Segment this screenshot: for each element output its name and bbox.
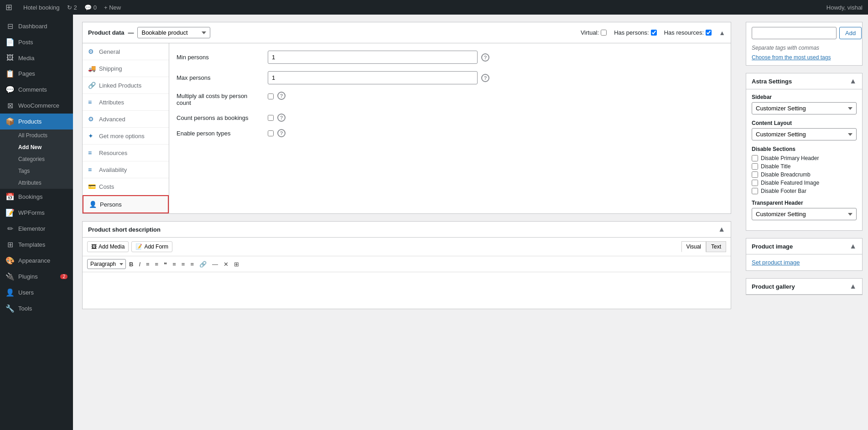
submenu-attributes[interactable]: Attributes xyxy=(0,177,73,189)
set-product-image-link[interactable]: Set product image xyxy=(752,259,800,266)
sidebar-item-wpforms[interactable]: 📝 WPForms xyxy=(0,205,73,221)
disable-featured-image-checkbox[interactable] xyxy=(752,180,758,186)
tab-linked-products[interactable]: 🔗 Linked Products xyxy=(83,77,169,94)
product-type-select[interactable]: Bookable product Simple product Variable… xyxy=(137,27,210,38)
tab-resources[interactable]: ≡ Resources xyxy=(83,145,169,161)
italic-button[interactable]: I xyxy=(136,259,143,269)
sidebar-select[interactable]: Customizer Setting xyxy=(752,102,857,114)
unordered-list-button[interactable]: ≡ xyxy=(144,259,152,269)
tab-advanced[interactable]: ⚙ Advanced xyxy=(83,111,169,128)
transparent-header-select[interactable]: Customizer Setting xyxy=(752,208,857,220)
disable-title-item: Disable Title xyxy=(752,163,857,170)
submenu-all-products[interactable]: All Products xyxy=(0,130,73,141)
tags-link-container: Choose from the most used tags xyxy=(752,54,857,61)
site-name[interactable]: Hotel booking xyxy=(23,4,60,11)
comments-item[interactable]: 💬 0 xyxy=(84,4,97,11)
visual-tab[interactable]: Visual xyxy=(681,241,706,252)
sidebar-item-media[interactable]: 🖼 Media xyxy=(0,50,73,66)
products-submenu: All Products Add New Categories Tags Att… xyxy=(0,130,73,189)
count-persons-help-icon[interactable]: ? xyxy=(277,114,286,122)
tab-costs[interactable]: 💳 Costs xyxy=(83,178,169,195)
tab-availability[interactable]: ≡ Availability xyxy=(83,161,169,178)
disable-title-checkbox[interactable] xyxy=(752,163,758,170)
sidebar-item-elementor[interactable]: ✏ Elementor xyxy=(0,221,73,237)
product-image-title: Product image xyxy=(752,243,793,250)
has-resources-label[interactable]: Has resources: xyxy=(664,29,712,36)
add-media-icon: 🖼 xyxy=(91,243,97,250)
virtual-checkbox[interactable] xyxy=(601,30,607,36)
sidebar-item-pages[interactable]: 📋 Pages xyxy=(0,66,73,82)
disable-breadcrumb-checkbox[interactable] xyxy=(752,171,758,178)
horizontal-rule-button[interactable]: — xyxy=(210,259,220,269)
tags-input[interactable] xyxy=(752,27,837,39)
table-button[interactable]: ⊞ xyxy=(232,259,241,269)
person-types-help-icon[interactable]: ? xyxy=(277,129,286,137)
align-right-button[interactable]: ≡ xyxy=(188,259,196,269)
most-used-tags-link[interactable]: Choose from the most used tags xyxy=(752,54,831,61)
tab-shipping[interactable]: 🚚 Shipping xyxy=(83,60,169,77)
tab-general[interactable]: ⚙ General xyxy=(83,43,169,60)
sidebar-item-plugins[interactable]: 🔌 Plugins 2 xyxy=(0,269,73,285)
align-center-button[interactable]: ≡ xyxy=(179,259,187,269)
add-form-button[interactable]: 📝 Add Form xyxy=(131,241,172,252)
link-button[interactable]: 🔗 xyxy=(197,259,209,269)
sidebar-item-label: WPForms xyxy=(18,209,45,216)
has-persons-checkbox[interactable] xyxy=(651,30,657,36)
text-tab[interactable]: Text xyxy=(706,241,726,252)
disable-footer-bar-checkbox[interactable] xyxy=(752,188,758,194)
multiply-costs-checkbox[interactable] xyxy=(268,93,274,99)
submenu-categories[interactable]: Categories xyxy=(0,153,73,165)
tab-attributes[interactable]: ≡ Attributes xyxy=(83,94,169,111)
sidebar-item-bookings[interactable]: 📅 Bookings xyxy=(0,189,73,205)
sidebar-item-users[interactable]: 👤 Users xyxy=(0,285,73,300)
has-persons-label[interactable]: Has persons: xyxy=(614,29,657,36)
tab-get-more-options[interactable]: ✦ Get more options xyxy=(83,128,169,145)
content-layout-select[interactable]: Customizer Setting xyxy=(752,128,857,140)
short-description-box: Product short description ▲ 🖼 Add Media … xyxy=(82,221,731,309)
product-data-dash: — xyxy=(128,29,134,36)
sidebar-item-label: Tools xyxy=(18,305,32,312)
add-tag-button[interactable]: Add xyxy=(839,27,862,39)
add-media-button[interactable]: 🖼 Add Media xyxy=(87,241,129,252)
submenu-add-new[interactable]: Add New xyxy=(0,141,73,153)
product-data-collapse[interactable]: ▲ xyxy=(719,29,725,36)
sidebar-item-woocommerce[interactable]: ⊠ WooCommerce xyxy=(0,98,73,114)
bold-button[interactable]: B xyxy=(127,259,135,269)
disable-footer-bar-label: Disable Footer Bar xyxy=(761,188,806,194)
virtual-label[interactable]: Virtual: xyxy=(581,29,607,36)
min-persons-input[interactable] xyxy=(268,51,478,64)
updates-item[interactable]: ↻ 2 xyxy=(67,4,77,11)
new-item[interactable]: + New xyxy=(104,4,121,11)
tab-persons[interactable]: 👤 Persons xyxy=(83,195,169,213)
product-image-toggle[interactable]: ▲ xyxy=(849,242,857,250)
astra-settings-toggle[interactable]: ▲ xyxy=(849,77,857,85)
person-types-checkbox[interactable] xyxy=(268,130,274,136)
max-persons-input[interactable] xyxy=(268,71,478,84)
ordered-list-button[interactable]: ≡ xyxy=(153,259,161,269)
sidebar-item-templates[interactable]: ⊞ Templates xyxy=(0,237,73,253)
tags-hint-text: Separate tags with commas xyxy=(752,45,857,51)
sidebar-item-dashboard[interactable]: ⊟ Dashboard xyxy=(0,18,73,34)
sidebar-item-appearance[interactable]: 🎨 Appearance xyxy=(0,253,73,269)
align-left-button[interactable]: ≡ xyxy=(170,259,178,269)
users-icon: 👤 xyxy=(5,288,15,297)
blockquote-button[interactable]: ❝ xyxy=(161,259,169,269)
count-persons-checkbox[interactable] xyxy=(268,115,274,121)
product-gallery-toggle[interactable]: ▲ xyxy=(849,282,857,290)
paragraph-select[interactable]: Paragraph xyxy=(87,259,126,269)
sidebar-item-tools[interactable]: 🔧 Tools xyxy=(0,300,73,316)
multiply-costs-help-icon[interactable]: ? xyxy=(277,92,286,100)
max-persons-help-icon[interactable]: ? xyxy=(481,74,489,82)
availability-icon: ≡ xyxy=(88,166,95,173)
disable-primary-header-checkbox[interactable] xyxy=(752,155,758,161)
editor-area[interactable] xyxy=(83,272,731,309)
sidebar-item-comments[interactable]: 💬 Comments xyxy=(0,82,73,98)
remove-format-button[interactable]: ✕ xyxy=(221,259,231,269)
has-resources-checkbox[interactable] xyxy=(706,30,712,36)
sidebar-item-products[interactable]: 📦 Products xyxy=(0,114,73,130)
sidebar-item-posts[interactable]: 📄 Posts xyxy=(0,34,73,50)
min-persons-help-icon[interactable]: ? xyxy=(481,53,489,62)
submenu-tags[interactable]: Tags xyxy=(0,165,73,177)
updates-count: 2 xyxy=(74,4,77,11)
short-description-toggle[interactable]: ▲ xyxy=(718,225,725,233)
